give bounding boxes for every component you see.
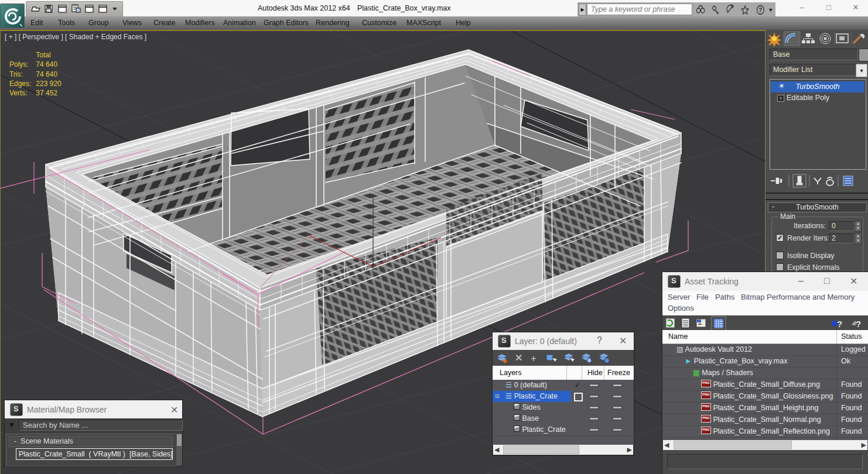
svg-text:?: ? <box>856 319 861 329</box>
svg-text:+: + <box>531 353 536 364</box>
svg-text:?: ? <box>837 319 842 329</box>
svg-text:✕: ✕ <box>515 353 522 363</box>
svg-text:?: ? <box>759 6 762 13</box>
